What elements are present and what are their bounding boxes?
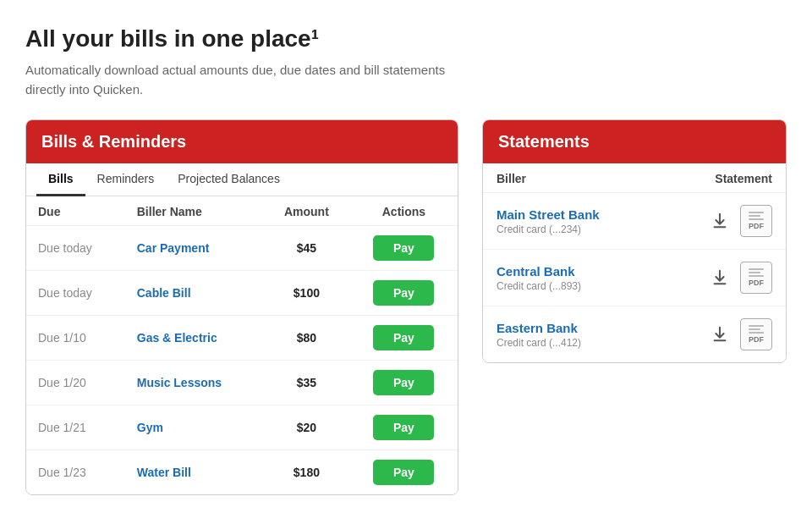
statement-sub: Credit card (...234) (497, 223, 708, 235)
amount-cell: $100 (263, 270, 350, 315)
download-icon[interactable] (708, 323, 732, 346)
table-row: Due 1/23 Water Bill $180 Pay (26, 450, 458, 494)
tab-bills[interactable]: Bills (36, 163, 85, 196)
pay-cell: Pay (350, 450, 458, 494)
statements-panel: Statements Biller Statement Main Street … (482, 119, 787, 363)
bills-panel: Bills & Reminders Bills Reminders Projec… (25, 119, 458, 495)
bills-panel-header: Bills & Reminders (26, 120, 458, 163)
statement-row: Eastern Bank Credit card (...412) (483, 306, 786, 362)
page-subtitle: Automatically download actual amounts du… (25, 61, 465, 99)
statements-panel-header: Statements (483, 120, 786, 163)
statement-biller: Eastern Bank (497, 321, 708, 335)
statement-row: Main Street Bank Credit card (...234) (483, 193, 786, 250)
amount-cell: $180 (263, 450, 350, 494)
due-cell: Due 1/10 (26, 315, 125, 360)
pdf-icon[interactable]: PDF (740, 318, 772, 350)
col-header-biller-name: Biller Name (125, 196, 263, 226)
pay-cell: Pay (350, 315, 458, 360)
pay-cell: Pay (350, 360, 458, 405)
table-row: Due 1/21 Gym $20 Pay (26, 405, 458, 450)
pay-cell: Pay (350, 405, 458, 450)
due-cell: Due 1/23 (26, 450, 125, 494)
statement-biller: Main Street Bank (497, 207, 708, 222)
tab-projected-balances[interactable]: Projected Balances (166, 163, 292, 196)
table-row: Due 1/20 Music Lessons $35 Pay (26, 360, 458, 405)
amount-cell: $35 (263, 360, 350, 405)
tab-reminders[interactable]: Reminders (85, 163, 167, 196)
statement-sub: Credit card (...893) (497, 280, 708, 292)
bills-tabs-row: Bills Reminders Projected Balances (26, 163, 458, 196)
amount-cell: $80 (263, 315, 350, 360)
due-cell: Due 1/20 (26, 360, 125, 405)
pdf-icon[interactable]: PDF (740, 262, 772, 294)
table-row: Due today Cable Bill $100 Pay (26, 270, 458, 315)
col-statement-label: Statement (715, 172, 772, 185)
panels-row: Bills & Reminders Bills Reminders Projec… (25, 119, 787, 495)
statements-rows: Main Street Bank Credit card (...234) (483, 193, 786, 362)
pay-button[interactable]: Pay (373, 325, 434, 350)
download-icon[interactable] (708, 209, 732, 233)
statement-actions: PDF (708, 205, 772, 237)
pay-cell: Pay (350, 225, 458, 270)
bills-table: Due Biller Name Amount Actions Due today… (26, 196, 458, 494)
col-biller-label: Biller (497, 172, 526, 185)
statement-biller: Central Bank (497, 264, 708, 279)
pay-button[interactable]: Pay (373, 280, 434, 306)
amount-cell: $20 (263, 405, 350, 450)
statement-info: Eastern Bank Credit card (...412) (497, 321, 708, 349)
due-cell: Due today (26, 225, 125, 270)
col-header-actions: Actions (350, 196, 458, 226)
col-header-due: Due (26, 196, 125, 226)
statement-info: Central Bank Credit card (...893) (497, 264, 708, 292)
biller-name-cell: Music Lessons (125, 360, 263, 405)
due-cell: Due today (26, 270, 125, 315)
biller-name-cell: Gas & Electric (125, 315, 263, 360)
statement-info: Main Street Bank Credit card (...234) (497, 207, 708, 235)
pay-button[interactable]: Pay (373, 235, 434, 261)
biller-name-cell: Cable Bill (125, 270, 263, 315)
table-row: Due 1/10 Gas & Electric $80 Pay (26, 315, 458, 360)
due-cell: Due 1/21 (26, 405, 125, 450)
statement-actions: PDF (708, 318, 772, 350)
statement-row: Central Bank Credit card (...893) (483, 250, 786, 306)
amount-cell: $45 (263, 225, 350, 270)
statement-sub: Credit card (...412) (497, 337, 708, 349)
col-header-amount: Amount (263, 196, 350, 226)
pay-button[interactable]: Pay (373, 460, 434, 485)
statements-col-header: Biller Statement (483, 163, 786, 193)
biller-name-cell: Water Bill (125, 450, 263, 494)
download-icon[interactable] (708, 266, 732, 290)
pay-button[interactable]: Pay (373, 370, 434, 395)
table-row: Due today Car Payment $45 Pay (26, 225, 458, 270)
page-title: All your bills in one place¹ (25, 25, 787, 52)
statement-actions: PDF (708, 262, 772, 294)
biller-name-cell: Gym (125, 405, 263, 450)
pay-button[interactable]: Pay (373, 415, 434, 440)
pdf-icon[interactable]: PDF (740, 205, 772, 237)
biller-name-cell: Car Payment (125, 225, 263, 270)
pay-cell: Pay (350, 270, 458, 315)
